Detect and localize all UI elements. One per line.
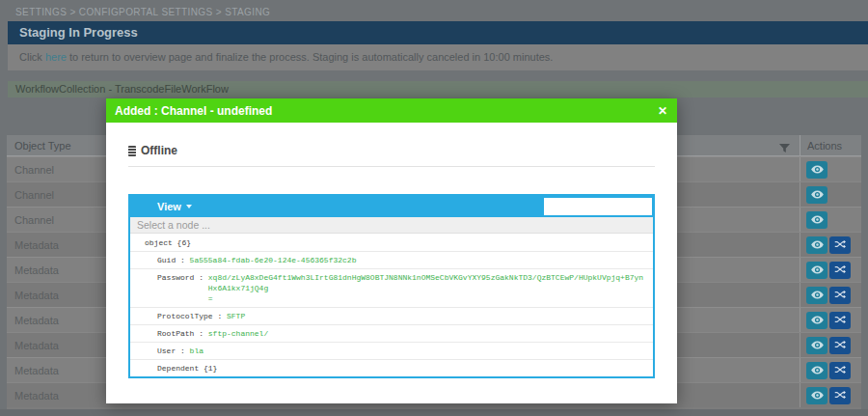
tree-node-key: RootPath xyxy=(157,328,194,339)
tree-root-node[interactable]: object {6} xyxy=(130,234,653,251)
eye-icon xyxy=(811,162,824,177)
tree-node-key: Dependent {1} xyxy=(157,363,217,374)
shuffle-icon xyxy=(834,363,846,377)
stage-swap-button[interactable] xyxy=(829,362,851,379)
staging-notice: Click here to return to overview page an… xyxy=(8,44,868,70)
node-search-input[interactable] xyxy=(544,198,652,215)
actions-cell xyxy=(800,208,861,232)
shuffle-icon xyxy=(834,388,846,402)
notice-text-pre: Click xyxy=(19,51,45,63)
staging-banner-title: Staging In Progress xyxy=(19,25,138,40)
tree-node: ProtocolType : SFTP xyxy=(130,307,653,324)
workflow-collection-bar[interactable]: WorkflowCollection - TranscodeFileWorkFl… xyxy=(8,81,868,97)
shuffle-icon xyxy=(834,338,846,352)
eye-icon xyxy=(811,263,824,277)
stage-swap-button[interactable] xyxy=(829,287,851,304)
here-link[interactable]: here xyxy=(45,51,67,63)
tree-node: User : bla xyxy=(130,342,653,359)
actions-cell xyxy=(800,333,861,357)
tree-node-key: User xyxy=(157,346,176,356)
shuffle-icon xyxy=(834,237,846,252)
tree-node-expandable[interactable]: Dependent {1} xyxy=(130,359,653,376)
tree-node-value: sftp-channel/ xyxy=(208,328,268,339)
eye-icon xyxy=(811,237,824,252)
divider xyxy=(128,166,655,167)
added-channel-modal: Added : Channel - undefined ✕ Offline Vi… xyxy=(106,98,677,403)
tree-node-separator: : xyxy=(194,328,207,339)
actions-cell xyxy=(800,383,861,407)
json-tree: object {6} Guid : 5a555a84-fdab-6e20-124… xyxy=(130,234,653,376)
tree-node-value: 5a555a84-fdab-6e20-124e-456365f32c2b xyxy=(190,255,357,265)
eye-icon xyxy=(811,288,824,302)
actions-cell xyxy=(800,258,861,282)
actions-cell xyxy=(800,233,861,257)
actions-cell xyxy=(800,283,861,307)
chevron-down-icon xyxy=(186,205,192,208)
modal-title: Added : Channel - undefined xyxy=(115,104,658,118)
view-button[interactable] xyxy=(806,387,827,404)
eye-icon xyxy=(811,313,824,327)
json-tree-panel: View Select a node ... object {6} Guid :… xyxy=(128,194,655,378)
shuffle-icon xyxy=(834,263,846,277)
view-button[interactable] xyxy=(806,186,827,204)
tree-node-value: bla xyxy=(190,346,203,356)
offline-label: Offline xyxy=(141,144,177,157)
select-node-dropdown[interactable]: Select a node ... xyxy=(130,217,653,234)
tree-node: Password : xq8d/zLyA8xDeG4ft1Wwh3LIrtG81… xyxy=(130,268,653,307)
tree-node-key: ProtocolType xyxy=(157,311,213,321)
view-button[interactable] xyxy=(806,287,827,304)
view-button[interactable] xyxy=(806,211,827,229)
actions-cell xyxy=(800,358,861,382)
view-button[interactable] xyxy=(806,362,827,379)
tree-node-value-wrap: = xyxy=(208,293,645,304)
breadcrumb: SETTINGS > CONFIGPORTAL SETTINGS > STAGI… xyxy=(0,4,868,21)
tree-toolbar: View xyxy=(130,196,653,217)
actions-cell xyxy=(800,182,861,207)
view-button[interactable] xyxy=(806,262,827,279)
shuffle-icon xyxy=(834,288,846,302)
close-icon[interactable]: ✕ xyxy=(658,105,667,117)
stage-swap-button[interactable] xyxy=(829,236,851,254)
notice-text-post: to return to overview page and finalize … xyxy=(67,51,553,63)
view-menu-button[interactable]: View xyxy=(157,196,192,217)
stage-swap-button[interactable] xyxy=(829,262,851,279)
shuffle-icon xyxy=(834,313,846,327)
tree-node-value: xq8d/zLyA8xDeG4ft1Wwh3LIrtG81dnHgW8OBTJN… xyxy=(208,272,645,304)
stage-swap-button[interactable] xyxy=(829,312,851,329)
eye-icon xyxy=(811,187,824,202)
eye-icon xyxy=(811,388,824,402)
actions-cell xyxy=(800,308,861,332)
offline-status: Offline xyxy=(128,144,655,157)
column-header-actions: Actions xyxy=(800,135,861,155)
view-button[interactable] xyxy=(806,337,827,354)
tree-node-key: Password xyxy=(157,272,194,283)
tree-node-separator: : xyxy=(194,272,207,283)
view-menu-label: View xyxy=(157,201,181,212)
actions-cell xyxy=(800,157,861,181)
tree-node: Guid : 5a555a84-fdab-6e20-124e-456365f32… xyxy=(130,251,653,268)
modal-header: Added : Channel - undefined ✕ xyxy=(106,98,677,123)
eye-icon xyxy=(811,363,824,377)
tree-node-separator: : xyxy=(176,346,189,356)
database-icon xyxy=(128,146,136,156)
stage-swap-button[interactable] xyxy=(829,387,851,404)
filter-icon[interactable] xyxy=(779,140,790,157)
view-button[interactable] xyxy=(806,236,827,254)
tree-node: RootPath : sftp-channel/ xyxy=(130,324,653,342)
tree-node-separator: : xyxy=(213,311,227,321)
tree-node-key: Guid xyxy=(157,255,176,265)
eye-icon xyxy=(811,212,824,227)
modal-body: Offline View Select a node ... object {6… xyxy=(106,144,677,378)
stage-swap-button[interactable] xyxy=(829,337,851,354)
select-node-placeholder: Select a node ... xyxy=(137,219,210,231)
eye-icon xyxy=(811,338,824,352)
workflow-collection-label: WorkflowCollection - TranscodeFileWorkFl… xyxy=(15,83,229,95)
tree-node-separator: : xyxy=(176,255,189,265)
staging-banner: Staging In Progress xyxy=(8,21,868,44)
tree-node-value: SFTP xyxy=(227,311,245,321)
view-button[interactable] xyxy=(806,161,827,179)
view-button[interactable] xyxy=(806,312,827,329)
page-bottom-strip xyxy=(0,409,868,416)
